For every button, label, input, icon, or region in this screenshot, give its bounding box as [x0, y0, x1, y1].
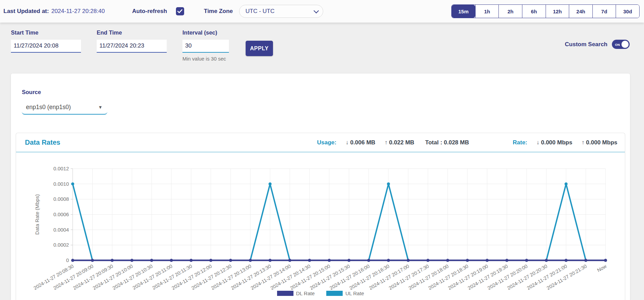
legend-label: DL Rate: [296, 290, 315, 296]
data-rates-panel: Data Rates Usage: ↓ 0.006 MB ↑ 0.022 MB …: [16, 133, 625, 300]
auto-refresh-label: Auto-refresh: [132, 8, 167, 15]
last-updated-label: Last Updated at:: [3, 8, 49, 15]
svg-text:Data Rate (Mbps): Data Rate (Mbps): [34, 194, 40, 235]
x-axis-label: Now: [596, 263, 607, 273]
svg-text:0.0012: 0.0012: [53, 166, 69, 171]
interval-input[interactable]: [182, 40, 229, 53]
range-button-12h[interactable]: 12h: [546, 5, 569, 18]
interval-label: Interval (sec): [182, 29, 229, 36]
rate-upload-value: ↑ 0.000 Mbps: [581, 139, 617, 146]
legend-label: UL Rate: [345, 290, 364, 296]
usage-label: Usage:: [317, 139, 337, 146]
legend-swatch-icon: [326, 291, 343, 296]
svg-text:0.0006: 0.0006: [53, 211, 69, 217]
interval-hint: Min value is 30 sec: [182, 56, 229, 62]
rate-download-value: ↓ 0.000 Mbps: [536, 139, 572, 146]
chevron-down-icon: [313, 8, 319, 13]
range-button-2h[interactable]: 2h: [498, 5, 522, 18]
start-time-field: Start Time: [11, 29, 81, 53]
range-button-30d[interactable]: 30d: [616, 5, 639, 18]
time-range-button-group: 15m1h2h6h12h24h7d30d: [451, 4, 640, 18]
source-block: Source enp1s0 (enp1s0) ▼: [16, 89, 625, 115]
end-time-field: End Time: [97, 29, 167, 53]
end-time-label: End Time: [97, 29, 167, 36]
filter-row: Start Time End Time Interval (sec) Min v…: [0, 23, 644, 74]
range-button-7d[interactable]: 7d: [592, 5, 616, 18]
legend-item-dl-rate[interactable]: DL Rate: [277, 290, 315, 296]
rate-stats: Rate: ↓ 0.000 Mbps ↑ 0.000 Mbps: [513, 139, 617, 146]
toggle-knob: [621, 41, 629, 48]
range-button-1h[interactable]: 1h: [475, 5, 499, 18]
auto-refresh-checkbox[interactable]: [176, 7, 184, 15]
source-select[interactable]: enp1s0 (enp1s0) ▼: [22, 101, 107, 115]
custom-search-label: Custom Search: [565, 41, 607, 48]
chart-area: 00.00020.00040.00060.00080.00100.0012Dat…: [16, 152, 625, 296]
data-rates-line-chart: 00.00020.00040.00060.00080.00100.0012Dat…: [16, 152, 625, 290]
panel-header: Data Rates Usage: ↓ 0.006 MB ↑ 0.022 MB …: [16, 133, 625, 152]
legend-swatch-icon: [277, 291, 293, 296]
toggle-on-text: ON: [615, 43, 620, 47]
timezone-value: UTC - UTC: [246, 8, 275, 15]
panel-title: Data Rates: [25, 139, 60, 146]
svg-text:0.0004: 0.0004: [53, 227, 69, 233]
svg-text:0.0010: 0.0010: [53, 181, 69, 187]
end-time-input[interactable]: [97, 40, 167, 53]
svg-text:0.0002: 0.0002: [53, 242, 69, 248]
svg-text:0: 0: [66, 257, 69, 263]
apply-button[interactable]: APPLY: [246, 41, 273, 56]
custom-search-toggle[interactable]: ON: [612, 40, 630, 49]
top-bar: Last Updated at: 2024-11-27 20:28:40 Aut…: [0, 0, 644, 23]
rate-label: Rate:: [513, 139, 527, 146]
checkmark-icon: [177, 9, 182, 13]
range-button-15m[interactable]: 15m: [452, 5, 475, 18]
range-button-24h[interactable]: 24h: [569, 5, 592, 18]
start-time-label: Start Time: [11, 29, 81, 36]
svg-text:0.0008: 0.0008: [53, 196, 69, 202]
timezone-label: Time Zone: [204, 8, 233, 15]
usage-download-value: ↓ 0.006 MB: [346, 139, 375, 146]
source-label: Source: [22, 89, 625, 95]
interval-field: Interval (sec) Min value is 30 sec: [182, 29, 229, 62]
timezone-select[interactable]: UTC - UTC: [239, 5, 323, 18]
custom-search-group: Custom Search ON: [565, 40, 630, 49]
usage-stats: Usage: ↓ 0.006 MB ↑ 0.022 MB Total : 0.0…: [317, 139, 469, 146]
source-value: enp1s0 (enp1s0): [26, 104, 71, 111]
start-time-input[interactable]: [11, 40, 81, 53]
legend-item-ul-rate[interactable]: UL Rate: [326, 290, 364, 296]
chart-legend: DL RateUL Rate: [16, 290, 625, 296]
usage-total-value: Total : 0.028 MB: [425, 139, 469, 146]
last-updated-value: 2024-11-27 20:28:40: [51, 8, 105, 15]
range-button-6h[interactable]: 6h: [522, 5, 546, 18]
usage-upload-value: ↑ 0.022 MB: [385, 139, 414, 146]
auto-refresh-group: Auto-refresh: [132, 7, 184, 15]
dropdown-triangle-icon: ▼: [98, 105, 102, 110]
main-card: Source enp1s0 (enp1s0) ▼ Data Rates Usag…: [11, 74, 630, 300]
